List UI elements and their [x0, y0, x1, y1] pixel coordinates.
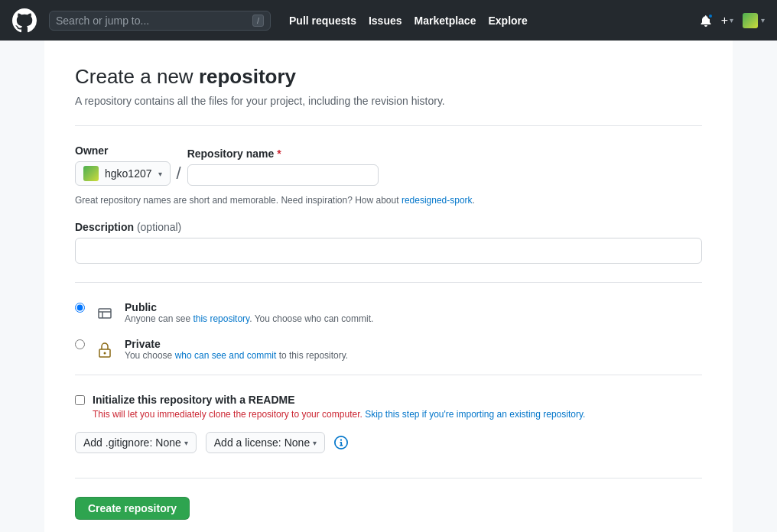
gitignore-select[interactable]: Add .gitignore: None ▾	[75, 432, 197, 453]
nav-marketplace[interactable]: Marketplace	[415, 15, 476, 27]
svg-rect-0	[99, 309, 111, 318]
owner-repo-row: Owner hgko1207 ▾ / Repository name *	[75, 144, 702, 186]
divider-init	[75, 375, 702, 375]
page-title: Create a new repository	[75, 65, 702, 89]
description-input[interactable]	[75, 238, 702, 264]
private-desc: You choose who can see and commit to thi…	[125, 350, 348, 361]
top-nav: Pull requests Issues Marketplace Explore	[289, 15, 688, 27]
slash-separator: /	[177, 165, 181, 186]
private-option[interactable]: Private You choose who can see and commi…	[75, 338, 702, 362]
init-checkbox[interactable]	[75, 395, 85, 405]
plus-icon: +	[721, 14, 728, 28]
avatar	[743, 13, 758, 28]
private-title: Private	[125, 338, 348, 350]
license-select[interactable]: Add a license: None ▾	[206, 432, 325, 453]
public-this-link[interactable]: this repository	[193, 313, 249, 324]
options-row: Add .gitignore: None ▾ Add a license: No…	[75, 432, 702, 453]
main-content: Create a new repository A repository con…	[44, 41, 733, 532]
gitignore-value: None	[155, 436, 180, 449]
public-option[interactable]: Public Anyone can see this repository. Y…	[75, 301, 702, 326]
init-section: Initialize this repository with a README…	[75, 394, 702, 453]
public-radio[interactable]	[75, 303, 85, 313]
init-content: Initialize this repository with a README…	[93, 394, 585, 420]
user-avatar-button[interactable]: ▾	[743, 13, 765, 28]
public-content: Public Anyone can see this repository. Y…	[125, 301, 373, 324]
public-icon	[93, 301, 117, 326]
owner-value: hgko1207	[105, 167, 152, 180]
caret-down-icon: ▾	[730, 16, 733, 24]
repo-name-input[interactable]	[187, 164, 379, 186]
avatar-caret: ▾	[761, 16, 765, 24]
visibility-section: Public Anyone can see this repository. Y…	[75, 301, 702, 362]
divider-top	[75, 125, 702, 126]
search-box[interactable]: /	[49, 11, 271, 31]
public-title: Public	[125, 301, 373, 313]
nav-pull-requests[interactable]: Pull requests	[289, 15, 356, 27]
owner-field-group: Owner hgko1207 ▾	[75, 144, 171, 186]
init-title: Initialize this repository with a README	[93, 394, 585, 406]
kbd-slash: /	[252, 15, 264, 27]
gitignore-caret-icon: ▾	[184, 439, 188, 447]
owner-avatar-icon	[83, 166, 99, 181]
public-desc: Anyone can see this repository. You choo…	[125, 313, 373, 324]
divider-visibility	[75, 282, 702, 283]
search-input[interactable]	[56, 15, 248, 27]
skip-link[interactable]: Skip this step if you're importing an ex…	[365, 409, 585, 420]
description-section: Description (optional)	[75, 221, 702, 264]
owner-caret-icon: ▾	[158, 170, 162, 178]
init-desc: This will let you immediately clone the …	[93, 409, 585, 420]
description-label: Description (optional)	[75, 221, 702, 233]
navbar: / Pull requests Issues Marketplace Explo…	[0, 0, 777, 41]
page-subtitle: A repository contains all the files for …	[75, 95, 702, 107]
suggestion-link[interactable]: redesigned-spork	[402, 195, 473, 206]
license-value: None	[284, 436, 310, 449]
notification-dot	[707, 13, 714, 19]
nav-issues[interactable]: Issues	[369, 15, 402, 27]
owner-label: Owner	[75, 144, 171, 157]
owner-select[interactable]: hgko1207 ▾	[75, 161, 171, 186]
gitignore-label: Add .gitignore:	[83, 436, 152, 449]
private-content: Private You choose who can see and commi…	[125, 338, 348, 361]
add-new-button[interactable]: + ▾	[721, 14, 733, 28]
nav-explore[interactable]: Explore	[488, 15, 527, 27]
repo-name-hint: Great repository names are short and mem…	[75, 195, 702, 206]
create-section: Create repository	[75, 478, 702, 520]
info-button[interactable]	[334, 436, 348, 449]
private-radio[interactable]	[75, 339, 85, 349]
github-logo[interactable]	[12, 8, 37, 33]
svg-point-4	[104, 352, 106, 355]
init-option[interactable]: Initialize this repository with a README…	[75, 394, 702, 420]
create-repository-button[interactable]: Create repository	[75, 497, 190, 520]
notifications-button[interactable]	[700, 15, 712, 27]
repo-name-field-group: Repository name *	[187, 148, 379, 186]
license-caret-icon: ▾	[313, 439, 317, 447]
license-label: Add a license:	[214, 436, 281, 449]
navbar-actions: + ▾ ▾	[700, 13, 765, 28]
private-who-link[interactable]: who can see and commit	[175, 350, 277, 361]
private-icon	[93, 338, 117, 362]
repo-name-label: Repository name *	[187, 148, 379, 160]
